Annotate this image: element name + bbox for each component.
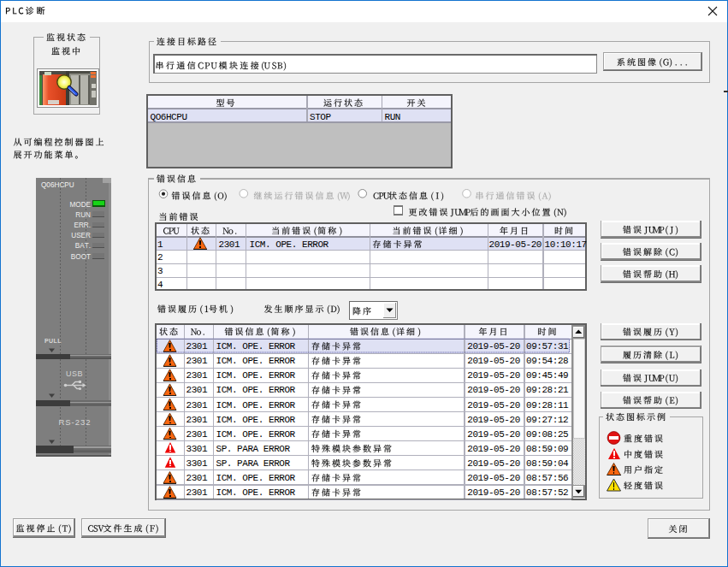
svg-text:USB: USB xyxy=(66,369,83,378)
svg-text:09:28:21: 09:28:21 xyxy=(526,385,569,395)
svg-text:ICM. OPE. ERROR: ICM. OPE. ERROR xyxy=(216,415,296,425)
svg-text:ICM. OPE. ERROR: ICM. OPE. ERROR xyxy=(216,385,296,395)
svg-text:2301: 2301 xyxy=(186,356,208,366)
svg-text:08:57:52: 08:57:52 xyxy=(526,487,568,498)
svg-text:RUN: RUN xyxy=(75,211,91,219)
svg-text:2019-05-20: 2019-05-20 xyxy=(467,487,520,498)
svg-text:ICM. OPE. ERROR: ICM. OPE. ERROR xyxy=(216,400,296,410)
svg-text:SP. PARA ERROR: SP. PARA ERROR xyxy=(216,458,291,469)
svg-text:2301: 2301 xyxy=(186,370,208,381)
svg-text:2301: 2301 xyxy=(219,239,240,250)
svg-text:2019-05-20: 2019-05-20 xyxy=(467,356,520,366)
svg-text:2019-05-20: 2019-05-20 xyxy=(467,341,520,351)
svg-text:2301: 2301 xyxy=(186,473,208,483)
svg-text:09:28:11: 09:28:11 xyxy=(526,400,569,410)
svg-text:ICM. OPE. ERROR: ICM. OPE. ERROR xyxy=(216,487,296,498)
svg-text:2019-05-20: 2019-05-20 xyxy=(467,370,520,381)
svg-text:1: 1 xyxy=(157,239,163,250)
svg-text:ERR.: ERR. xyxy=(74,221,91,229)
svg-text:ICM. OPE. ERROR: ICM. OPE. ERROR xyxy=(216,341,296,351)
svg-text:SP. PARA ERROR: SP. PARA ERROR xyxy=(216,444,291,454)
svg-text:08:59:09: 08:59:09 xyxy=(526,444,568,454)
svg-text:ICM. OPE. ERROR: ICM. OPE. ERROR xyxy=(216,356,296,366)
svg-text:ICM. OPE. ERROR: ICM. OPE. ERROR xyxy=(250,239,329,250)
svg-text:09:45:49: 09:45:49 xyxy=(526,370,568,381)
svg-text:09:27:12: 09:27:12 xyxy=(526,415,568,425)
svg-text:BOOT: BOOT xyxy=(71,253,91,261)
svg-text:Q06HCPU: Q06HCPU xyxy=(41,181,74,189)
svg-text:2301: 2301 xyxy=(186,400,208,410)
svg-text:2301: 2301 xyxy=(186,487,208,498)
svg-text:2019-05-20: 2019-05-20 xyxy=(467,473,520,483)
svg-text:2301: 2301 xyxy=(186,429,208,440)
svg-text:2: 2 xyxy=(157,252,163,263)
svg-text:RUN: RUN xyxy=(385,112,400,122)
svg-text:ICM. OPE. ERROR: ICM. OPE. ERROR xyxy=(216,370,296,381)
svg-text:2301: 2301 xyxy=(186,385,208,395)
svg-text:3301: 3301 xyxy=(186,458,208,469)
svg-text:USER: USER xyxy=(71,232,91,239)
svg-text:BAT.: BAT. xyxy=(75,242,91,250)
svg-text:ICM. OPE. ERROR: ICM. OPE. ERROR xyxy=(216,473,296,483)
svg-text:3301: 3301 xyxy=(186,444,208,454)
svg-text:08:59:04: 08:59:04 xyxy=(526,458,569,469)
svg-text:2019-05-20: 2019-05-20 xyxy=(467,458,520,469)
svg-text:2301: 2301 xyxy=(186,341,208,351)
svg-text:10:10:17: 10:10:17 xyxy=(545,239,587,250)
svg-text:ICM. OPE. ERROR: ICM. OPE. ERROR xyxy=(216,429,296,440)
svg-text:2301: 2301 xyxy=(186,415,208,425)
svg-text:09:54:28: 09:54:28 xyxy=(526,356,568,366)
svg-text:2019-05-20: 2019-05-20 xyxy=(467,429,520,440)
svg-text:2019-05-20: 2019-05-20 xyxy=(467,415,520,425)
svg-text:RS-232: RS-232 xyxy=(58,417,91,427)
svg-text:2019-05-20: 2019-05-20 xyxy=(489,239,542,250)
svg-text:2019-05-20: 2019-05-20 xyxy=(467,400,520,410)
svg-text:STOP: STOP xyxy=(310,112,331,122)
svg-text:2019-05-20: 2019-05-20 xyxy=(467,385,520,395)
svg-text:09:57:31: 09:57:31 xyxy=(526,341,569,351)
svg-text:4: 4 xyxy=(157,280,163,290)
svg-text:PULL: PULL xyxy=(44,338,62,344)
svg-text:09:08:25: 09:08:25 xyxy=(526,429,568,440)
svg-text:3: 3 xyxy=(157,266,163,276)
svg-text:2019-05-20: 2019-05-20 xyxy=(467,444,520,454)
svg-text:MODE: MODE xyxy=(69,201,91,209)
svg-text:QO6HCPU: QO6HCPU xyxy=(151,112,187,122)
svg-text:08:57:56: 08:57:56 xyxy=(526,473,568,483)
